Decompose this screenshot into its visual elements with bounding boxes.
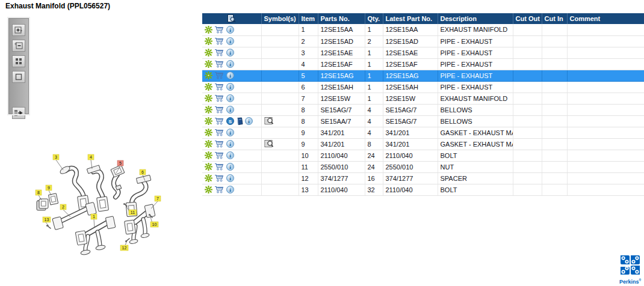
part-9[interactable] — [48, 193, 58, 205]
cart-icon[interactable] — [214, 26, 224, 34]
table-row[interactable]: i9341/2014341/201GASKET - EXHAUST MANIFO… — [202, 127, 644, 138]
zoom-out-button[interactable] — [12, 40, 25, 52]
info-icon[interactable]: i — [226, 26, 234, 34]
info-icon[interactable]: i — [245, 117, 253, 125]
table-row[interactable]: Si8SE15AA/74SE15AG/7BELLOWS — [202, 115, 644, 127]
info-icon[interactable]: i — [226, 174, 234, 182]
single-view-button[interactable] — [12, 71, 25, 83]
cart-icon[interactable] — [214, 151, 224, 159]
gear-icon[interactable] — [205, 49, 212, 56]
substitute-icon[interactable]: S — [226, 117, 234, 125]
gear-icon[interactable] — [205, 60, 212, 68]
cart-icon[interactable] — [214, 129, 224, 136]
part-2[interactable] — [52, 202, 96, 230]
table-row[interactable]: i712SE15W112SE15WEXHAUST MANIFOLD — [202, 93, 644, 104]
cart-icon[interactable] — [214, 72, 224, 79]
gear-icon[interactable] — [205, 186, 212, 193]
table-row[interactable]: i312SE15AE112SE15AEPIPE - EXHAUST — [202, 47, 644, 58]
table-row[interactable]: i412SE15AF112SE15AFPIPE - EXHAUST — [202, 58, 644, 70]
diagram-label-4[interactable]: 4 — [88, 154, 94, 169]
table-row[interactable]: i112550/010242550/010NUT — [202, 161, 644, 172]
gear-icon[interactable] — [205, 117, 212, 125]
gear-icon[interactable] — [205, 163, 212, 171]
column-header-actions[interactable] — [202, 13, 261, 24]
cart-icon[interactable] — [214, 37, 224, 45]
table-row[interactable]: i612SE15AH112SE15AHPIPE - EXHAUST — [202, 81, 644, 93]
info-icon[interactable]: i — [226, 37, 234, 45]
column-header-desc[interactable]: Description — [438, 13, 513, 24]
info-icon[interactable]: i — [226, 83, 234, 91]
part-5[interactable] — [111, 165, 125, 197]
gear-icon[interactable] — [205, 37, 212, 45]
part-8[interactable] — [37, 199, 48, 210]
qty-cell: 1 — [365, 58, 383, 70]
table-row[interactable]: i112SE15AA112SE15AAEXHAUST MANIFOLD — [202, 24, 644, 35]
gear-icon[interactable] — [205, 129, 212, 136]
info-icon[interactable]: i — [226, 49, 234, 56]
gear-icon[interactable] — [205, 83, 212, 91]
column-header-cut_in[interactable]: Cut In — [542, 13, 567, 24]
table-row[interactable]: i102110/040242110/040BOLT — [202, 150, 644, 161]
table-row[interactable]: i512SE15AG112SE15AGPIPE - EXHAUST — [202, 70, 644, 81]
column-header-symbols[interactable]: Symbol(s) — [261, 13, 299, 24]
diagram-label-3[interactable]: 3 — [53, 154, 63, 170]
column-header-qty[interactable]: Qty. — [365, 13, 383, 24]
symbol-magnifier-icon[interactable] — [264, 119, 274, 126]
gear-icon[interactable] — [205, 151, 212, 159]
cart-icon[interactable] — [214, 186, 224, 193]
column-header-latest[interactable]: Latest Part No. — [383, 13, 438, 24]
parts-no-cell: 12SE15AH — [318, 81, 365, 93]
table-row[interactable]: i132110/040322110/040BOLT — [202, 184, 644, 195]
exploded-parts-diagram[interactable]: 34569827131111012 — [27, 146, 184, 258]
gear-icon[interactable] — [205, 72, 212, 79]
diagram-label-12[interactable]: 12 — [120, 240, 128, 251]
column-header-comment[interactable]: Comment — [567, 13, 644, 24]
gear-icon[interactable] — [205, 26, 212, 34]
table-row[interactable]: i9341/2018341/201GASKET - EXHAUST MANIFO… — [202, 138, 644, 150]
gear-icon[interactable] — [205, 106, 212, 114]
info-icon[interactable]: i — [226, 72, 234, 79]
cart-icon[interactable] — [214, 163, 224, 171]
symbols-cell — [261, 24, 299, 35]
table-row[interactable]: i212SE15AD212SE15ADPIPE - EXHAUST — [202, 35, 644, 47]
column-header-cut_out[interactable]: Cut Out — [513, 13, 542, 24]
info-icon[interactable]: i — [226, 106, 234, 114]
column-header-parts_no[interactable]: Parts No. — [318, 13, 365, 24]
gear-icon[interactable] — [205, 140, 212, 148]
table-row[interactable]: i8SE15AG/74SE15AG/7BELLOWS — [202, 104, 644, 115]
cart-icon[interactable] — [214, 60, 224, 68]
cart-icon[interactable] — [214, 174, 224, 182]
diagram-label-10[interactable]: 10 — [150, 217, 158, 227]
book-icon[interactable] — [236, 117, 243, 126]
gear-icon[interactable] — [205, 174, 212, 182]
info-icon[interactable]: i — [226, 60, 234, 68]
cart-icon[interactable] — [214, 49, 224, 56]
zoom-in-button[interactable] — [12, 24, 25, 36]
cart-icon[interactable] — [214, 106, 224, 114]
tile-view-button[interactable] — [12, 55, 25, 67]
diagram-label-8[interactable]: 8 — [36, 190, 42, 200]
info-icon[interactable]: i — [226, 151, 234, 159]
part-3[interactable] — [59, 165, 90, 210]
cart-icon[interactable] — [214, 83, 224, 91]
part-1[interactable] — [75, 216, 116, 255]
table-row[interactable]: i12374/127716374/1277SPACER — [202, 172, 644, 184]
diagram-label-13[interactable]: 13 — [43, 217, 51, 226]
cut-in-cell — [542, 47, 567, 58]
cart-icon[interactable] — [214, 140, 224, 148]
info-icon[interactable]: i — [226, 129, 234, 136]
gear-icon[interactable] — [205, 94, 212, 102]
diagram-label-1[interactable]: 1 — [91, 214, 97, 228]
diagram-label-9[interactable]: 9 — [46, 185, 52, 195]
svg-text:5: 5 — [119, 161, 122, 165]
cart-icon[interactable] — [214, 117, 224, 125]
info-icon[interactable]: i — [226, 140, 234, 148]
column-header-item[interactable]: Item — [299, 13, 318, 24]
cart-icon[interactable] — [214, 94, 224, 102]
symbol-magnifier-icon[interactable] — [264, 142, 274, 149]
part-12[interactable] — [125, 239, 129, 242]
info-icon[interactable]: i — [226, 186, 234, 193]
info-icon[interactable]: i — [226, 94, 234, 102]
toggle-panel-button[interactable] — [12, 107, 25, 119]
info-icon[interactable]: i — [226, 163, 234, 171]
